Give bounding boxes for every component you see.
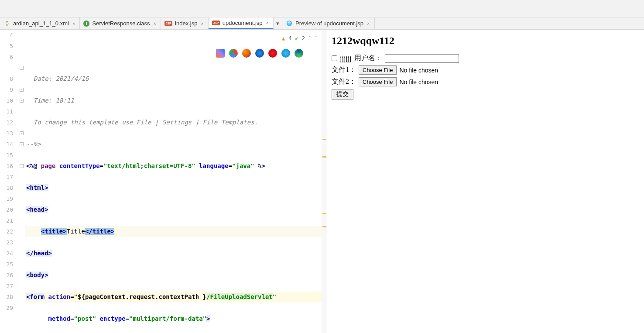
- stripe-warning[interactable]: [322, 139, 326, 140]
- line-num: 22: [0, 226, 13, 237]
- line-num: 25: [0, 259, 13, 270]
- line-num: 11: [0, 106, 13, 117]
- comment: Time: 18:11: [26, 97, 74, 104]
- stripe-warning[interactable]: [322, 213, 326, 214]
- fold-icon[interactable]: −: [20, 99, 24, 103]
- line-num: 19: [0, 193, 13, 204]
- line-num: 9: [0, 84, 13, 95]
- line-num: 8: [0, 73, 13, 84]
- username-label: 用户名：: [354, 54, 382, 63]
- edge-icon[interactable]: [295, 49, 303, 58]
- tag-head: <head>: [26, 206, 48, 213]
- toolbar-spacer: [0, 0, 644, 17]
- fold-icon[interactable]: −: [20, 164, 24, 168]
- line-num: 17: [0, 172, 13, 182]
- ie-icon[interactable]: [281, 49, 290, 58]
- line-num: 13: [0, 128, 13, 139]
- class-icon: I: [83, 21, 89, 27]
- check-icon[interactable]: ✔: [295, 33, 298, 44]
- choose-file-button[interactable]: Choose File: [359, 77, 397, 86]
- safari-icon[interactable]: [255, 49, 264, 58]
- tab-index-jsp[interactable]: JSP index.jsp ×: [161, 17, 209, 29]
- warning-icon[interactable]: ▲: [282, 33, 285, 44]
- stripe-warning[interactable]: [322, 156, 326, 158]
- line-num: 15: [0, 150, 13, 161]
- comment-end: --%>: [26, 141, 41, 148]
- line-num: 4: [0, 30, 13, 41]
- close-icon[interactable]: ×: [366, 21, 370, 26]
- code-area[interactable]: ▲4 ✔2 ˄ ˅ Date: 2021/4/16 Time: 18:11 To…: [25, 30, 327, 333]
- line-num: 12: [0, 117, 13, 128]
- warning-count: 4: [288, 33, 291, 44]
- comment: Date: 2021/4/16: [26, 75, 89, 82]
- line-num: [0, 62, 13, 73]
- editor-pane: 4 5 6 8 9 10 11 12 13 14 15 16 17 18 19 …: [0, 30, 327, 333]
- line-num: 6: [0, 51, 13, 62]
- globe-icon: 🌐: [286, 20, 293, 27]
- pass-count: 2: [302, 33, 305, 44]
- no-file-label: No file chosen: [399, 67, 438, 74]
- tab-label: index.jsp: [175, 20, 197, 27]
- chevron-down-icon[interactable]: ˅: [315, 33, 317, 44]
- browser-icons: [216, 49, 303, 58]
- fold-icon[interactable]: −: [20, 131, 24, 135]
- editor-tabs-bar: ⟨⟩ ardian_api_1_1_0.xml × I ServletRespo…: [0, 17, 644, 30]
- fold-column: − − − − − −: [19, 30, 25, 333]
- close-icon[interactable]: ×: [72, 21, 76, 26]
- line-num: 29: [0, 302, 13, 313]
- tab-class[interactable]: I ServletResponse.class ×: [80, 17, 161, 29]
- stripe-warning[interactable]: [322, 226, 326, 227]
- line-num: 26: [0, 270, 13, 281]
- tab-label: ServletResponse.class: [92, 20, 150, 27]
- preview-file1-row: 文件1： Choose File No file chosen: [332, 65, 640, 75]
- tab-label: ardian_api_1_1_0.xml: [13, 20, 69, 27]
- line-num: 10: [0, 95, 13, 106]
- tag-body: <body>: [26, 271, 48, 278]
- tab-label: updocument.jsp: [223, 20, 263, 26]
- chrome-icon[interactable]: [229, 49, 238, 58]
- tab-label: Preview of updocument.jsp: [295, 20, 363, 27]
- line-num: 28: [0, 292, 13, 302]
- main-split: 4 5 6 8 9 10 11 12 13 14 15 16 17 18 19 …: [0, 30, 644, 333]
- fold-icon[interactable]: −: [20, 88, 24, 92]
- line-num: 23: [0, 237, 13, 248]
- line-num: 27: [0, 281, 13, 292]
- chevron-up-icon[interactable]: ˄: [308, 33, 311, 44]
- tag-head-close: </head>: [26, 250, 52, 257]
- line-num: 16: [0, 161, 13, 172]
- jsp-icon: JSP: [164, 21, 172, 26]
- tab-updocument-jsp[interactable]: JSP updocument.jsp ×: [209, 17, 274, 29]
- tab-preview[interactable]: 🌐 Preview of updocument.jsp ×: [282, 17, 375, 29]
- close-icon[interactable]: ×: [200, 21, 204, 26]
- line-num: 18: [0, 182, 13, 193]
- preview-heading: 1212wqqw112: [332, 35, 640, 47]
- choose-file-button[interactable]: Choose File: [359, 65, 397, 75]
- error-stripe[interactable]: [322, 30, 327, 333]
- firefox-icon[interactable]: [242, 49, 251, 58]
- line-num: 5: [0, 41, 13, 51]
- intellij-icon[interactable]: [216, 49, 225, 58]
- close-icon[interactable]: ×: [265, 20, 270, 25]
- tab-dropdown[interactable]: ▾: [274, 17, 282, 29]
- preview-user-row: jjjjjj 用户名：: [332, 54, 640, 63]
- fold-icon[interactable]: −: [20, 142, 24, 146]
- xml-icon: ⟨⟩: [3, 20, 10, 27]
- line-gutter: 4 5 6 8 9 10 11 12 13 14 15 16 17 18 19 …: [0, 30, 19, 333]
- preview-pane: 1212wqqw112 jjjjjj 用户名： 文件1： Choose File…: [327, 30, 644, 333]
- username-input[interactable]: [385, 54, 459, 63]
- no-file-label: No file chosen: [399, 79, 438, 86]
- inspection-bar: ▲4 ✔2 ˄ ˅: [280, 32, 319, 45]
- line-num: 24: [0, 248, 13, 259]
- tag-form: <form: [26, 293, 45, 300]
- opera-icon[interactable]: [268, 49, 277, 58]
- line-num: 20: [0, 204, 13, 215]
- jsp-icon: JSP: [212, 21, 220, 25]
- line-num: 14: [0, 139, 13, 150]
- comment: To change this template use File | Setti…: [26, 119, 258, 126]
- tag-title: <title>: [41, 228, 67, 235]
- close-icon[interactable]: ×: [153, 21, 157, 26]
- tab-xml[interactable]: ⟨⟩ ardian_api_1_1_0.xml ×: [0, 17, 80, 29]
- fold-icon[interactable]: −: [20, 66, 24, 70]
- preview-file2-row: 文件2： Choose File No file chosen: [332, 77, 640, 86]
- tag-html: <html>: [26, 184, 48, 191]
